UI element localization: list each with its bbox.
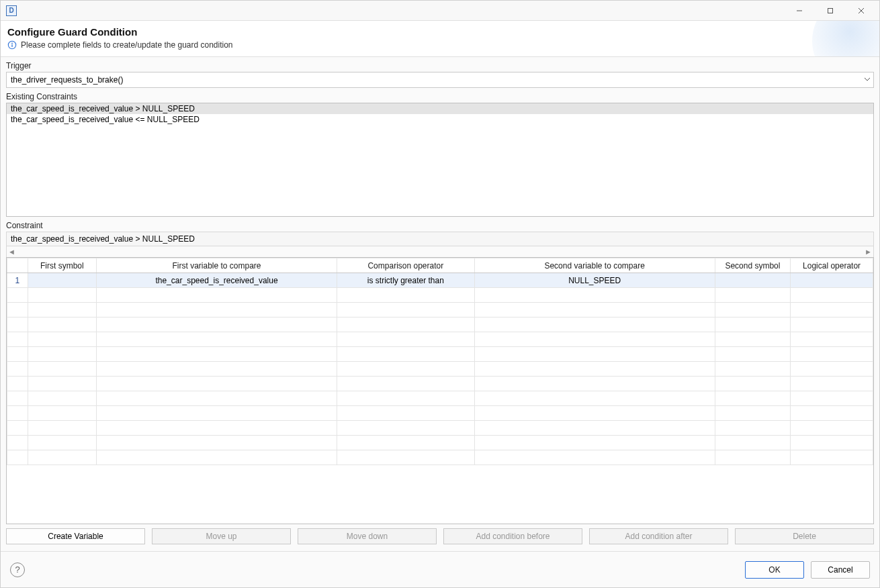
- cell-empty[interactable]: [28, 303, 96, 317]
- cell-empty[interactable]: [474, 450, 715, 465]
- cell-empty[interactable]: [337, 332, 475, 347]
- cell-empty[interactable]: [715, 377, 791, 391]
- scroll-right-icon[interactable]: ►: [865, 248, 872, 256]
- cell-empty[interactable]: [28, 288, 96, 303]
- cell-empty[interactable]: [474, 288, 715, 303]
- cell-empty[interactable]: [791, 347, 873, 362]
- cell-empty[interactable]: [337, 303, 475, 317]
- cell-empty[interactable]: [96, 421, 337, 436]
- cell-empty[interactable]: [96, 317, 337, 332]
- cell-empty[interactable]: [474, 332, 715, 347]
- existing-constraint-item[interactable]: the_car_speed_is_received_value > NULL_S…: [7, 103, 873, 114]
- col-logical-operator[interactable]: Logical operator: [791, 258, 873, 273]
- cell-empty[interactable]: [96, 436, 337, 450]
- cell-empty[interactable]: [474, 421, 715, 436]
- create-variable-button[interactable]: Create Variable: [6, 528, 145, 544]
- maximize-button[interactable]: [815, 1, 846, 21]
- cell-empty[interactable]: [337, 391, 475, 406]
- cell-empty[interactable]: [474, 391, 715, 406]
- table-row-empty[interactable]: [7, 332, 873, 347]
- cell-empty[interactable]: [96, 303, 337, 317]
- cell-empty[interactable]: [337, 377, 475, 391]
- table-row-empty[interactable]: [7, 406, 873, 421]
- add-condition-before-button[interactable]: Add condition before: [443, 528, 582, 544]
- close-button[interactable]: [846, 1, 877, 21]
- cell-first-symbol[interactable]: [28, 273, 96, 288]
- cell-empty[interactable]: [474, 347, 715, 362]
- cell-empty[interactable]: [7, 406, 28, 421]
- table-row[interactable]: 1the_car_speed_is_received_valueis stric…: [7, 273, 873, 288]
- ok-button[interactable]: OK: [745, 561, 804, 579]
- existing-constraint-item[interactable]: the_car_speed_is_received_value <= NULL_…: [7, 114, 873, 125]
- table-row-empty[interactable]: [7, 436, 873, 450]
- table-row-empty[interactable]: [7, 303, 873, 317]
- cell-empty[interactable]: [337, 436, 475, 450]
- col-first-variable[interactable]: First variable to compare: [96, 258, 337, 273]
- help-button[interactable]: ?: [10, 562, 25, 577]
- cell-empty[interactable]: [337, 317, 475, 332]
- cancel-button[interactable]: Cancel: [811, 561, 870, 579]
- add-condition-after-button[interactable]: Add condition after: [589, 528, 728, 544]
- cell-second-variable[interactable]: NULL_SPEED: [474, 273, 715, 288]
- cell-second-symbol[interactable]: [715, 273, 791, 288]
- existing-constraints-list[interactable]: the_car_speed_is_received_value > NULL_S…: [6, 103, 874, 217]
- cell-empty[interactable]: [715, 450, 791, 465]
- col-second-variable[interactable]: Second variable to compare: [474, 258, 715, 273]
- cell-empty[interactable]: [715, 362, 791, 377]
- cell-empty[interactable]: [474, 436, 715, 450]
- cell-empty[interactable]: [715, 288, 791, 303]
- table-row-empty[interactable]: [7, 450, 873, 465]
- cell-empty[interactable]: [337, 362, 475, 377]
- cell-empty[interactable]: [96, 450, 337, 465]
- col-first-symbol[interactable]: First symbol: [28, 258, 96, 273]
- trigger-dropdown[interactable]: the_driver_requests_to_brake(): [6, 72, 874, 88]
- cell-empty[interactable]: [337, 347, 475, 362]
- cell-empty[interactable]: [7, 332, 28, 347]
- cell-empty[interactable]: [28, 450, 96, 465]
- cell-empty[interactable]: [28, 436, 96, 450]
- cell-empty[interactable]: [791, 421, 873, 436]
- cell-empty[interactable]: [28, 362, 96, 377]
- cell-empty[interactable]: [791, 450, 873, 465]
- cell-empty[interactable]: [791, 303, 873, 317]
- cell-empty[interactable]: [7, 377, 28, 391]
- cell-empty[interactable]: [715, 347, 791, 362]
- cell-empty[interactable]: [791, 288, 873, 303]
- cell-empty[interactable]: [7, 347, 28, 362]
- delete-button[interactable]: Delete: [735, 528, 874, 544]
- cell-empty[interactable]: [791, 436, 873, 450]
- cell-empty[interactable]: [96, 377, 337, 391]
- cell-empty[interactable]: [715, 436, 791, 450]
- move-down-button[interactable]: Move down: [298, 528, 437, 544]
- cell-empty[interactable]: [791, 362, 873, 377]
- cell-empty[interactable]: [96, 406, 337, 421]
- cell-empty[interactable]: [28, 347, 96, 362]
- cell-empty[interactable]: [791, 317, 873, 332]
- cell-empty[interactable]: [28, 421, 96, 436]
- constraint-table-container[interactable]: First symbol First variable to compare C…: [6, 257, 874, 524]
- cell-empty[interactable]: [715, 332, 791, 347]
- cell-empty[interactable]: [337, 421, 475, 436]
- table-row-empty[interactable]: [7, 362, 873, 377]
- cell-empty[interactable]: [474, 362, 715, 377]
- cell-empty[interactable]: [7, 421, 28, 436]
- cell-empty[interactable]: [715, 391, 791, 406]
- cell-empty[interactable]: [715, 421, 791, 436]
- cell-empty[interactable]: [96, 332, 337, 347]
- cell-empty[interactable]: [96, 288, 337, 303]
- cell-empty[interactable]: [791, 406, 873, 421]
- cell-empty[interactable]: [715, 317, 791, 332]
- cell-empty[interactable]: [791, 332, 873, 347]
- cell-empty[interactable]: [7, 317, 28, 332]
- scroll-left-icon[interactable]: ◄: [8, 248, 15, 256]
- cell-empty[interactable]: [474, 317, 715, 332]
- cell-empty[interactable]: [96, 362, 337, 377]
- move-up-button[interactable]: Move up: [152, 528, 291, 544]
- cell-empty[interactable]: [28, 377, 96, 391]
- table-row-empty[interactable]: [7, 421, 873, 436]
- cell-empty[interactable]: [7, 391, 28, 406]
- cell-empty[interactable]: [474, 406, 715, 421]
- cell-empty[interactable]: [28, 317, 96, 332]
- cell-empty[interactable]: [474, 377, 715, 391]
- cell-empty[interactable]: [7, 288, 28, 303]
